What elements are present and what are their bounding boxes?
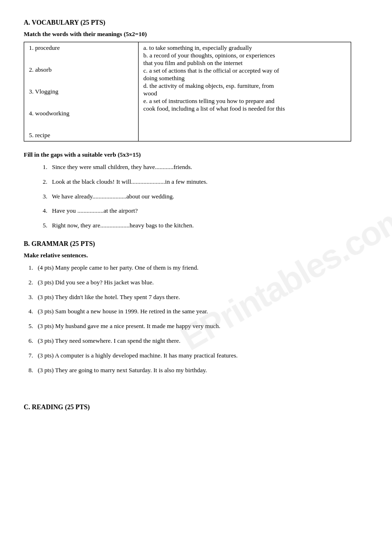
- vocab-table: 1. procedure 2. absorb 3. Vlogging 4. wo…: [24, 42, 351, 141]
- vocab-word-3: 3. Vlogging: [29, 88, 133, 95]
- section-a-title: A. VOCABULARY (25 PTS): [24, 19, 368, 27]
- grammar-item-5: 5. (3 pts) My husband gave me a nice pre…: [28, 321, 368, 331]
- section-a: A. VOCABULARY (25 PTS) Match the words w…: [24, 19, 368, 231]
- fill-gaps-subtitle: Fill in the gaps with a suitable verb (5…: [24, 151, 368, 159]
- vocab-word-4: 4. woodworking: [29, 110, 133, 117]
- vocab-meanings-cell: a. to take something in, especially grad…: [139, 42, 351, 141]
- grammar-list: 1. (4 pts) Many people came to her party…: [28, 263, 368, 375]
- grammar-item-6: 6. (3 pts) They need somewhere. I can sp…: [28, 336, 368, 346]
- fill-item-2: 2. Look at the black clouds! It will....…: [43, 177, 368, 187]
- grammar-item-4: 4. (3 pts) Sam bought a new house in 199…: [28, 307, 368, 317]
- fill-item-1: 1. Since they were small children, they …: [43, 162, 368, 172]
- section-c: C. READING (25 PTS): [24, 404, 368, 411]
- vocab-meaning-a: a. to take something in, especially grad…: [143, 44, 346, 52]
- vocab-row-1: 1. procedure 2. absorb 3. Vlogging 4. wo…: [24, 42, 351, 141]
- vocab-words-cell: 1. procedure 2. absorb 3. Vlogging 4. wo…: [24, 42, 139, 141]
- fill-item-3: 3. We have already......................…: [43, 192, 368, 202]
- vocab-word-1: 1. procedure: [29, 44, 133, 52]
- grammar-item-3: 3. (3 pts) They didn't like the hotel. T…: [28, 292, 368, 302]
- vocab-subtitle: Match the words with their meanings (5x2…: [24, 30, 368, 38]
- section-b: B. GRAMMAR (25 PTS) Make relative senten…: [24, 240, 368, 375]
- fill-item-4: 4. Have you .................at the airp…: [43, 206, 368, 216]
- fill-gaps-list: 1. Since they were small children, they …: [43, 162, 368, 231]
- grammar-subtitle: Make relative sentences.: [24, 252, 368, 259]
- vocab-meaning-c: c. a set of actions that is the official…: [143, 67, 346, 82]
- section-b-title: B. GRAMMAR (25 PTS): [24, 240, 368, 248]
- vocab-word-2: 2. absorb: [29, 66, 133, 74]
- grammar-item-1: 1. (4 pts) Many people came to her party…: [28, 263, 368, 273]
- fill-item-5: 5. Right now, they are..................…: [43, 221, 368, 231]
- section-c-title: C. READING (25 PTS): [24, 404, 368, 411]
- vocab-meaning-b: b. a record of your thoughts, opinions, …: [143, 52, 346, 67]
- vocab-meaning-d: d. the activity of making objects, esp. …: [143, 82, 346, 97]
- grammar-item-8: 8. (3 pts) They are going to marry next …: [28, 366, 368, 376]
- vocab-word-5: 5. recipe: [29, 132, 133, 139]
- grammar-item-7: 7. (3 pts) A computer is a highly develo…: [28, 351, 368, 361]
- grammar-item-2: 2. (3 pts) Did you see a boy? His jacket…: [28, 278, 368, 288]
- vocab-meaning-e: e. a set of instructions telling you how…: [143, 97, 346, 113]
